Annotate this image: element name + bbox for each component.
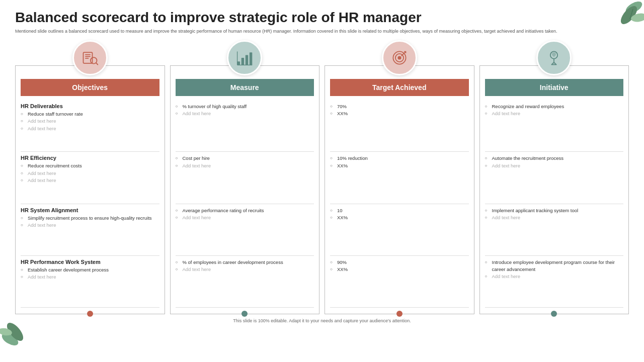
svg-rect-8 [85,54,91,55]
measure-section-2: Average performance rating of recruitsAd… [176,204,314,256]
objectives-bullet-1-2: Add text here [21,177,159,184]
initiative-bottom-dot [551,311,557,317]
initiative-icon-wrapper [479,40,629,75]
svg-rect-14 [242,58,244,65]
measure-header: Measure [176,79,314,96]
svg-point-4 [0,331,20,347]
objectives-section-title-1: HR Efficiency [21,155,159,161]
measure-bullet-2-0: Average performance rating of recruits [176,207,314,214]
measure-bullet-list-0: % turnover of high quality staffAdd text… [176,103,314,118]
add-text-placeholder[interactable]: Add text here [492,215,521,220]
measure-bullet-2-1: Add text here [176,214,314,221]
target-bullet-2-0: 10 [330,207,469,214]
initiative-bullet-3-0: Introduce employee development program c… [485,259,624,274]
add-text-placeholder[interactable]: Add text here [28,118,56,124]
initiative-bullet-list-3: Introduce employee development program c… [485,259,624,281]
target-bullet-list-2: 10XX% [330,207,469,222]
objectives-icon-wrapper [15,40,165,75]
objectives-bullet-2-0: Simplify recruitment process to ensure h… [21,215,159,222]
target-icon-circle [382,40,417,75]
svg-point-21 [397,56,401,60]
initiative-section-0: Recognize and reward employeesAdd text h… [485,100,624,152]
initiative-bullet-2-1: Add text here [485,214,624,221]
objectives-bullet-0-0: Reduce staff turnover rate [21,111,159,118]
svg-rect-10 [85,58,89,59]
target-bullet-0-0: 70% [330,103,469,110]
objectives-icon-circle [72,40,108,75]
column-objectives: ObjectivesHR DeliverablesReduce staff tu… [15,40,165,314]
objectives-bullet-3-1: Add text here [21,274,159,281]
target-box: Target Achieved70%XX%10% reductionXX%10X… [325,65,474,314]
initiative-section-3: Introduce employee development program c… [485,256,624,308]
svg-point-6 [0,327,13,337]
objectives-bullet-list-0: Reduce staff turnover rateAdd text hereA… [21,111,159,132]
initiative-box: InitiativeRecognize and reward employees… [479,65,629,314]
objectives-section-0: HR DeliverablesReduce staff turnover rat… [21,100,159,152]
initiative-section-2: Implement applicant tracking system tool… [485,204,624,256]
objectives-bullet-list-2: Simplify recruitment process to ensure h… [21,215,159,229]
svg-rect-15 [246,55,248,65]
add-text-placeholder[interactable]: Add text here [183,163,211,168]
measure-bullet-0-1: Add text here [176,110,314,117]
measure-bullet-1-1: Add text here [176,162,314,169]
target-section-0: 70%XX% [330,100,469,152]
initiative-bullet-list-2: Implement applicant tracking system tool… [485,207,624,222]
add-text-placeholder[interactable]: Add text here [28,170,56,176]
target-section-1: 10% reductionXX% [330,152,469,204]
svg-line-3 [630,9,633,19]
add-text-placeholder[interactable]: Add text here [28,126,56,131]
initiative-icon-circle [536,40,572,75]
objectives-section-title-3: HR Performance Work System [21,259,159,265]
measure-bullet-list-1: Cost per hireAdd text here [176,155,314,169]
target-bullet-list-3: 90%XX% [330,259,469,274]
measure-section-1: Cost per hireAdd text here [176,152,314,204]
objectives-bullet-2-1: Add text here [21,222,159,229]
objectives-bottom-dot [87,311,93,317]
target-bullet-2-1: XX% [330,214,469,221]
add-text-placeholder[interactable]: Add text here [183,215,211,220]
initiative-bullet-3-1: Add text here [485,273,624,280]
svg-rect-9 [85,56,91,57]
add-text-placeholder[interactable]: Add text here [492,274,521,279]
measure-icon-wrapper [170,40,320,75]
footer-text: This slide is 100% editable. Adapt it to… [15,318,629,323]
target-bottom-dot [396,311,403,317]
initiative-section-1: Automate the recruitment processAdd text… [485,152,624,204]
initiative-bullet-1-0: Automate the recruitment process [485,155,624,162]
add-text-placeholder[interactable]: Add text here [183,266,211,272]
column-target: Target Achieved70%XX%10% reductionXX%10X… [325,40,474,314]
measure-bullet-3-1: Add text here [176,266,314,273]
column-initiative: InitiativeRecognize and reward employees… [479,40,629,314]
target-bullet-3-0: 90% [330,259,469,266]
svg-point-5 [4,320,26,344]
slide: Balanced scorecard to improve strategic … [0,0,644,362]
add-text-placeholder[interactable]: Add text here [28,274,56,280]
target-icon-wrapper [325,40,474,75]
objectives-section-title-0: HR Deliverables [21,103,159,109]
add-text-placeholder[interactable]: Add text here [28,177,56,183]
add-text-placeholder[interactable]: Add text here [28,222,56,228]
objectives-bullet-0-2: Add text here [21,125,159,132]
measure-bullet-0-0: % turnover of high quality staff [176,103,314,110]
objectives-bullet-0-1: Add text here [21,118,159,125]
add-text-placeholder[interactable]: Add text here [183,111,211,116]
target-bullet-1-1: XX% [330,162,469,169]
measure-bullet-1-0: Cost per hire [176,155,314,162]
initiative-bullet-list-1: Automate the recruitment processAdd text… [485,155,624,169]
objectives-bullet-list-1: Reduce recruitment costsAdd text hereAdd… [21,162,159,184]
objectives-box: ObjectivesHR DeliverablesReduce staff tu… [15,65,165,314]
svg-rect-13 [237,61,240,65]
target-section-3: 90%XX% [330,256,469,308]
target-bullet-list-1: 10% reductionXX% [330,155,469,169]
objectives-section-1: HR EfficiencyReduce recruitment costsAdd… [21,152,159,204]
initiative-bullet-0-0: Recognize and reward employees [485,103,624,110]
measure-icon-circle [227,40,262,75]
add-text-placeholder[interactable]: Add text here [492,111,521,116]
add-text-placeholder[interactable]: Add text here [492,163,521,168]
initiative-header: Initiative [485,79,624,96]
objectives-section-2: HR System AlignmentSimplify recruitment … [21,204,159,256]
measure-bullet-list-3: % of employees in career development pro… [176,259,314,274]
svg-line-12 [96,63,98,65]
measure-bullet-list-2: Average performance rating of recruitsAd… [176,207,314,222]
measure-section-3: % of employees in career development pro… [176,256,314,308]
